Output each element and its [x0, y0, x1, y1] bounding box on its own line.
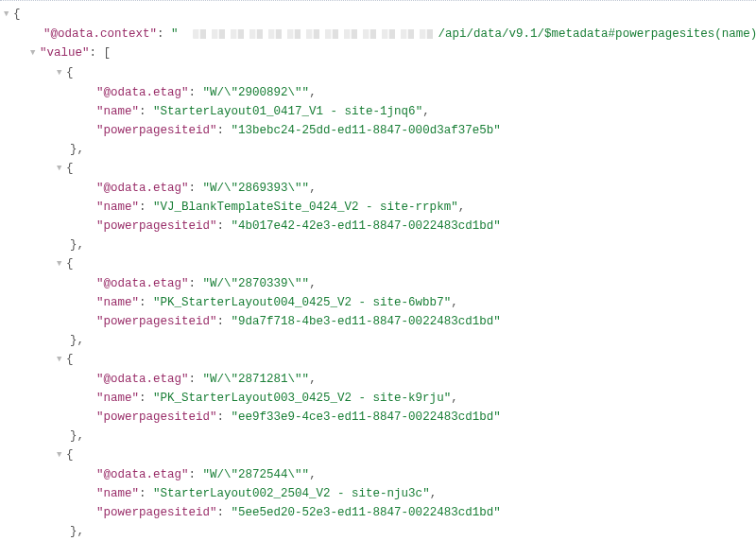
redacted-host	[193, 29, 438, 39]
property-name: "name": "PK_StarterLayout004_0425_V2 - s…	[0, 293, 756, 312]
collapse-toggle-icon[interactable]: ▼	[30, 44, 40, 62]
json-viewer: ▼{ "@odata.context": " /api/data/v9.1/$m…	[0, 0, 756, 541]
key-text: powerpagesiteid	[104, 506, 211, 519]
key-text: @odata.etag	[104, 182, 182, 195]
value-text: W/\"2872544\"	[210, 468, 302, 481]
value-text: W/\"2870339\"	[210, 277, 302, 290]
value-text: 13bebc24-25dd-ed11-8847-000d3af37e5b	[238, 124, 493, 137]
value-text: 9da7f718-4be3-ed11-8847-0022483cd1bd	[238, 315, 493, 328]
key-text: name	[104, 487, 132, 500]
key-text: powerpagesiteid	[104, 124, 211, 137]
property-etag: "@odata.etag": "W/\"2870339\"",	[0, 274, 756, 293]
property-odata-context: "@odata.context": " /api/data/v9.1/$meta…	[0, 25, 756, 44]
array-item-open[interactable]: ▼{	[0, 254, 756, 274]
property-powerpagesiteid: "powerpagesiteid": "9da7f718-4be3-ed11-8…	[0, 312, 756, 331]
array-item-open[interactable]: ▼{	[0, 63, 756, 83]
value-text: W/\"2900892\"	[210, 86, 302, 99]
value-text: 4b017e42-42e3-ed11-8847-0022483cd1bd	[238, 219, 493, 233]
key-text: @odata.etag	[104, 373, 182, 386]
property-etag: "@odata.etag": "W/\"2869393\"",	[0, 179, 756, 198]
key-text: @odata.etag	[104, 86, 182, 99]
key-text: powerpagesiteid	[104, 315, 211, 328]
key-text: name	[104, 296, 132, 309]
collapse-toggle-icon[interactable]: ▼	[57, 445, 66, 464]
value-text: ee9f33e9-4ce3-ed11-8847-0022483cd1bd	[238, 410, 493, 424]
value-text: VJ_BlankTemplateSite_0424_V2 - site-rrpk…	[161, 201, 452, 214]
property-powerpagesiteid: "powerpagesiteid": "5ee5ed20-52e3-ed11-8…	[0, 503, 756, 522]
array-item-close: },	[0, 140, 756, 159]
property-powerpagesiteid: "powerpagesiteid": "ee9f33e9-4ce3-ed11-8…	[0, 408, 756, 427]
key-text: powerpagesiteid	[104, 219, 211, 233]
value-text: PK_StarterLayout004_0425_V2 - site-6wbb7	[161, 296, 444, 309]
collapse-toggle-icon[interactable]: ▼	[57, 350, 66, 369]
key-text: name	[104, 105, 132, 118]
key-text: powerpagesiteid	[104, 410, 211, 424]
property-value-open[interactable]: ▼"value": [	[0, 44, 756, 63]
array-item-close: },	[0, 236, 756, 254]
key-text: name	[104, 392, 132, 405]
array-item-close: },	[0, 522, 756, 541]
property-etag: "@odata.etag": "W/\"2900892\"",	[0, 83, 756, 102]
value-text: PK_StarterLayout003_0425_V2 - site-k9rju	[161, 392, 444, 405]
collapse-toggle-icon[interactable]: ▼	[57, 159, 66, 178]
value-text: W/\"2869393\"	[210, 182, 302, 195]
key-text: @odata.etag	[104, 468, 182, 481]
property-etag: "@odata.etag": "W/\"2872544\"",	[0, 465, 756, 484]
key-text: name	[104, 201, 132, 214]
key-text: @odata.etag	[104, 277, 182, 290]
property-name: "name": "StarterLayout002_2504_V2 - site…	[0, 484, 756, 503]
key-text: value	[47, 46, 83, 60]
property-etag: "@odata.etag": "W/\"2871281\"",	[0, 370, 756, 389]
context-value: /api/data/v9.1/$metadata#powerpagesites(…	[438, 27, 756, 41]
property-powerpagesiteid: "powerpagesiteid": "4b017e42-42e3-ed11-8…	[0, 217, 756, 236]
property-name: "name": "PK_StarterLayout003_0425_V2 - s…	[0, 389, 756, 408]
array-item-open[interactable]: ▼{	[0, 445, 756, 465]
property-powerpagesiteid: "powerpagesiteid": "13bebc24-25dd-ed11-8…	[0, 121, 756, 140]
value-text: StarterLayout002_2504_V2 - site-nju3c	[161, 487, 423, 500]
array-item-open[interactable]: ▼{	[0, 350, 756, 370]
property-name: "name": "VJ_BlankTemplateSite_0424_V2 - …	[0, 198, 756, 217]
array-item-open[interactable]: ▼{	[0, 159, 756, 179]
json-open-brace[interactable]: ▼{	[0, 5, 756, 25]
property-name: "name": "StarterLayout01_0417_V1 - site-…	[0, 102, 756, 121]
array-item-close: },	[0, 427, 756, 445]
value-text: 5ee5ed20-52e3-ed11-8847-0022483cd1bd	[238, 506, 493, 519]
value-text: W/\"2871281\"	[210, 373, 302, 386]
array-item-close: },	[0, 331, 756, 350]
collapse-toggle-icon[interactable]: ▼	[57, 63, 66, 82]
collapse-toggle-icon[interactable]: ▼	[4, 5, 13, 24]
collapse-toggle-icon[interactable]: ▼	[57, 254, 66, 273]
key-text: @odata.context	[51, 27, 150, 41]
value-text: StarterLayout01_0417_V1 - site-1jnq6	[161, 105, 416, 118]
